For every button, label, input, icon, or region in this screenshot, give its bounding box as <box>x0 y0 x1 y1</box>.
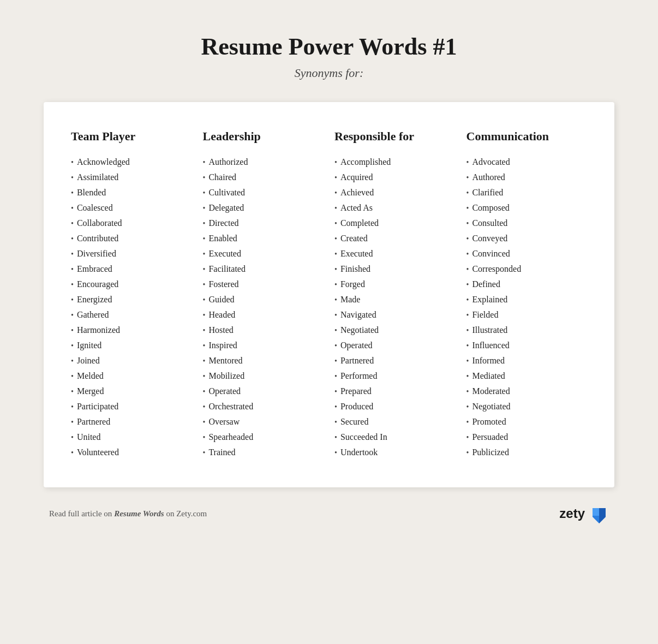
list-item: Blended <box>71 185 192 200</box>
list-item: Promoted <box>466 414 588 430</box>
list-item: Joined <box>71 353 192 368</box>
list-item: United <box>71 430 192 445</box>
list-item: Finished <box>334 261 456 277</box>
list-item: Produced <box>334 399 456 414</box>
list-item: Ignited <box>71 338 192 353</box>
column-header-0: Team Player <box>71 129 192 144</box>
main-title: Resume Power Words #1 <box>201 33 457 61</box>
list-item: Cultivated <box>203 185 324 200</box>
list-item: Inspired <box>203 338 324 353</box>
list-item: Spearheaded <box>203 430 324 445</box>
list-item: Coalesced <box>71 200 192 216</box>
list-item: Corresponded <box>466 261 588 277</box>
subtitle: Synonyms for: <box>295 66 363 80</box>
list-item: Undertook <box>334 445 456 460</box>
list-item: Convinced <box>466 246 588 261</box>
word-list-3: AdvocatedAuthoredClarifiedComposedConsul… <box>466 154 588 460</box>
logo-area: zety <box>559 504 609 523</box>
word-list-1: AuthorizedChairedCultivatedDelegatedDire… <box>203 154 324 460</box>
list-item: Partnered <box>71 414 192 430</box>
list-item: Advocated <box>466 154 588 170</box>
footer-link-text: Resume Words <box>114 509 164 518</box>
svg-marker-1 <box>599 508 606 523</box>
columns-grid: Team PlayerAcknowledgedAssimilatedBlende… <box>71 129 587 460</box>
list-item: Melded <box>71 368 192 384</box>
word-list-0: AcknowledgedAssimilatedBlendedCoalescedC… <box>71 154 192 460</box>
list-item: Illustrated <box>466 323 588 338</box>
list-item: Orchestrated <box>203 399 324 414</box>
list-item: Acted As <box>334 200 456 216</box>
list-item: Fielded <box>466 307 588 323</box>
content-card: Team PlayerAcknowledgedAssimilatedBlende… <box>44 102 614 487</box>
page-wrapper: Resume Power Words #1 Synonyms for: Team… <box>11 11 647 644</box>
list-item: Clarified <box>466 185 588 200</box>
list-item: Authorized <box>203 154 324 170</box>
list-item: Navigated <box>334 307 456 323</box>
list-item: Composed <box>466 200 588 216</box>
logo-icon <box>589 504 609 523</box>
list-item: Assimilated <box>71 170 192 185</box>
list-item: Collaborated <box>71 216 192 231</box>
footer: Read full article on Resume Words on Zet… <box>44 504 614 523</box>
list-item: Encouraged <box>71 277 192 292</box>
list-item: Negotiated <box>466 399 588 414</box>
list-item: Prepared <box>334 384 456 399</box>
list-item: Participated <box>71 399 192 414</box>
list-item: Embraced <box>71 261 192 277</box>
footer-text: Read full article on Resume Words on Zet… <box>49 509 207 518</box>
list-item: Oversaw <box>203 414 324 430</box>
list-item: Mentored <box>203 353 324 368</box>
list-item: Informed <box>466 353 588 368</box>
list-item: Enabled <box>203 231 324 246</box>
column-header-3: Communication <box>466 129 588 144</box>
logo-text: zety <box>559 506 585 521</box>
list-item: Operated <box>203 384 324 399</box>
list-item: Achieved <box>334 185 456 200</box>
list-item: Mobilized <box>203 368 324 384</box>
list-item: Influenced <box>466 338 588 353</box>
list-item: Executed <box>203 246 324 261</box>
list-item: Operated <box>334 338 456 353</box>
list-item: Negotiated <box>334 323 456 338</box>
list-item: Performed <box>334 368 456 384</box>
list-item: Guided <box>203 292 324 307</box>
list-item: Accomplished <box>334 154 456 170</box>
list-item: Mediated <box>466 368 588 384</box>
list-item: Created <box>334 231 456 246</box>
list-item: Succeeded In <box>334 430 456 445</box>
column-header-2: Responsible for <box>334 129 456 144</box>
list-item: Delegated <box>203 200 324 216</box>
list-item: Harmonized <box>71 323 192 338</box>
word-list-2: AccomplishedAcquiredAchievedActed AsComp… <box>334 154 456 460</box>
list-item: Defined <box>466 277 588 292</box>
list-item: Conveyed <box>466 231 588 246</box>
list-item: Diversified <box>71 246 192 261</box>
column-header-1: Leadership <box>203 129 324 144</box>
list-item: Energized <box>71 292 192 307</box>
list-item: Trained <box>203 445 324 460</box>
list-item: Persuaded <box>466 430 588 445</box>
list-item: Contributed <box>71 231 192 246</box>
column-3: CommunicationAdvocatedAuthoredClarifiedC… <box>466 129 588 460</box>
list-item: Executed <box>334 246 456 261</box>
column-1: LeadershipAuthorizedChairedCultivatedDel… <box>203 129 324 460</box>
list-item: Volunteered <box>71 445 192 460</box>
list-item: Headed <box>203 307 324 323</box>
list-item: Partnered <box>334 353 456 368</box>
list-item: Authored <box>466 170 588 185</box>
list-item: Made <box>334 292 456 307</box>
list-item: Hosted <box>203 323 324 338</box>
list-item: Secured <box>334 414 456 430</box>
column-2: Responsible forAccomplishedAcquiredAchie… <box>334 129 456 460</box>
list-item: Chaired <box>203 170 324 185</box>
list-item: Acknowledged <box>71 154 192 170</box>
list-item: Merged <box>71 384 192 399</box>
list-item: Fostered <box>203 277 324 292</box>
list-item: Directed <box>203 216 324 231</box>
list-item: Publicized <box>466 445 588 460</box>
list-item: Consulted <box>466 216 588 231</box>
list-item: Gathered <box>71 307 192 323</box>
list-item: Completed <box>334 216 456 231</box>
list-item: Facilitated <box>203 261 324 277</box>
list-item: Explained <box>466 292 588 307</box>
